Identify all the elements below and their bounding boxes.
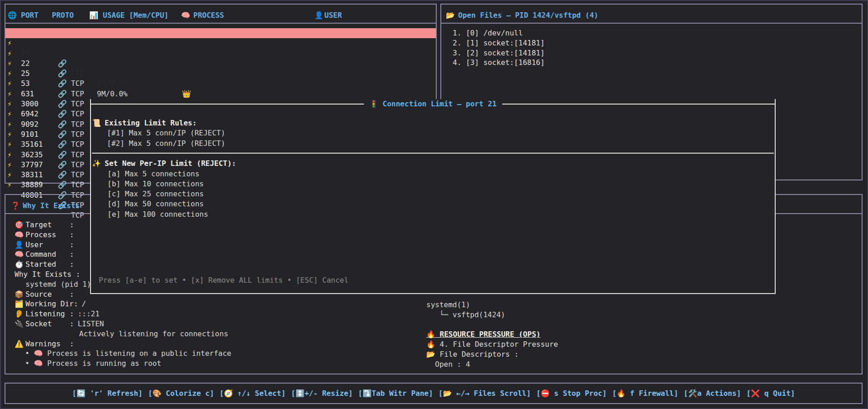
connection-limit-modal: 🚦 Connection Limit — port 21 📜Existing L… [90, 99, 776, 294]
existing-rule: [#1] Max 5 conn/IP (REJECT) [107, 128, 774, 138]
field-icon: ⚠️ [15, 339, 25, 349]
modal-title: 🚦 Connection Limit — port 21 [363, 99, 502, 109]
sparkles-icon: ✨ [92, 159, 105, 169]
tree-line: Open : 4 [426, 359, 558, 369]
open-file-item: 4. [3] socket:[16816] [453, 58, 858, 68]
bolt-icon: ⚡ [7, 180, 12, 190]
port-table-row[interactable]: ⚡ 6942 🔗 TCP 2.8G/78.3% 🧑 java 👤 sunels [5, 89, 436, 99]
protocol: TCP [71, 180, 84, 190]
resource-pressure-header: 🔥 RESOURCE PRESSURE (OPS) [426, 329, 558, 339]
port-table-row[interactable]: ⚡ 631 🔗 TCP 4M/0.0% 👑 cupsd 👤 root [5, 69, 436, 79]
bar-chart-icon: 📊 [89, 10, 98, 21]
field-icon: 👤 [15, 240, 25, 250]
modal-divider [92, 153, 774, 154]
port-table-row[interactable]: ⚡ 22 🔗 TCP 9M/0.0% 👑 systemd 👤 root [5, 38, 436, 48]
col-header-process: PROCESS [193, 10, 224, 21]
globe-icon: 🌐 [8, 10, 17, 21]
shortcut-resize[interactable]: [↕️+/- Resize] [291, 389, 353, 398]
shortcut-tab-witr-pane[interactable]: [⤵️Tab Witr Pane] [358, 389, 433, 398]
field-icon: 🧠 [15, 230, 25, 240]
why-field-row: 🔌Socket:LISTEN [10, 319, 419, 329]
open-files-list: 1. [0] /dev/null2. [1] socket:[14181]3. … [453, 28, 858, 68]
limit-option[interactable]: [e] Max 100 connections [107, 209, 774, 219]
tree-line: └─ vsftpd(1424) [426, 310, 558, 320]
open-file-item: 1. [0] /dev/null [453, 28, 858, 38]
shortcut-bar: [🔄 'r' Refresh][🎨 Colorize c][🧭 ↑/↓ Sele… [5, 383, 863, 404]
limit-option[interactable]: [d] Max 50 connections [107, 199, 774, 209]
col-header-port: PORT [21, 10, 39, 21]
col-header-proto: PROTO [52, 10, 74, 21]
open-file-item: 3. [2] socket:[14181] [453, 48, 858, 58]
existing-rules-header: 📜Existing Limit Rules: [92, 118, 774, 128]
why-field-row: Actively listening for connections [10, 329, 419, 339]
shortcut-a-actions[interactable]: [🛠️a Actions] [684, 389, 741, 398]
header-divider [5, 23, 436, 24]
shortcut-r-refresh[interactable]: [🔄 'r' Refresh] [72, 389, 143, 398]
why-field-row: 👂Listening::::21 [10, 309, 419, 319]
why-field-row: • 🧠 Process is listening on a public int… [10, 349, 419, 359]
shortcut-q-quit[interactable]: [❌ q Quit] [747, 389, 795, 398]
shortcut-s-stop-proc[interactable]: [⛔ s Stop Proc] [536, 389, 607, 398]
open-folder-icon: 📂 [446, 10, 455, 21]
limit-option[interactable]: [a] Max 5 connections [107, 169, 774, 179]
field-icon: 👂 [15, 309, 25, 319]
scroll-icon: 📜 [92, 118, 105, 128]
traffic-light-icon: 🚦 [369, 100, 378, 108]
port-table-row[interactable]: ⚡ 25 🔗 TCP 1M/0.0% 👑 master 👤 root [5, 49, 436, 59]
limit-option[interactable]: [b] Max 10 connections [107, 179, 774, 189]
field-icon: 🧠 [15, 249, 25, 259]
field-icon: 📦 [15, 289, 25, 299]
field-icon: 🗂️ [15, 299, 25, 309]
open-files-title: Open Files — PID 1424/vsftpd (4) [458, 10, 598, 21]
limit-option[interactable]: [c] Max 25 connections [107, 189, 774, 199]
port-table-row[interactable]: ⚡ 21 🔗 TCP 1M/0.0% 👑 vsftpd 👤 root [5, 28, 436, 38]
why-panel-title: Why It Exists [23, 200, 80, 211]
tree-line [426, 320, 558, 330]
shortcut-select[interactable]: [🧭 ↑/↓ Select] [220, 389, 286, 398]
shortcut-files-scroll[interactable]: [📂 ←/→ Files Scroll] [439, 389, 531, 398]
open-file-item: 2. [1] socket:[14181] [453, 38, 858, 48]
col-header-usage: USAGE [Mem/CPU] [103, 10, 169, 21]
shortcut-items: [🔄 'r' Refresh][🎨 Colorize c][🧭 ↑/↓ Sele… [5, 384, 862, 403]
user-icon: 👤 [314, 10, 323, 21]
col-header-user: USER [324, 10, 342, 21]
existing-rule: [#2] Max 5 conn/IP (REJECT) [107, 139, 774, 149]
new-limit-header: ✨Set New Per-IP Limit (REJECT): [92, 159, 774, 169]
shortcut-f-firewall[interactable]: [🔥 f Firewall] [612, 389, 678, 398]
brain-icon: 🧠 [181, 10, 190, 21]
tree-line: 📂 File Descriptors : [426, 349, 558, 359]
modal-footer-hint: Press [a-e] to set • [x] Remove ALL limi… [99, 275, 774, 285]
port-number: 38889 [21, 180, 43, 190]
field-icon: ⏱️ [15, 259, 25, 269]
tree-line: systemd(1) [426, 300, 558, 310]
why-field-row: ⚠️Warnings: [10, 339, 419, 349]
field-icon: 🎯 [15, 220, 25, 230]
port-table-row[interactable]: ⚡ 3000 🔗 TCP 1M/0.0% 👑 docker-proxy 👤 ro… [5, 79, 436, 89]
port-table-row[interactable]: ⚡ 53 🔗 TCP 2M/0.0% 🧑 dnsmasq 👤 systemd-r… [5, 59, 436, 69]
why-field-row: 🗂️Working Dir:/ [10, 299, 419, 309]
field-icon: 🔌 [15, 319, 25, 329]
shortcut-colorize-c[interactable]: [🎨 Colorize c] [148, 389, 214, 398]
why-field-row: • 🧠 Process is running as root [10, 359, 419, 369]
header-divider [441, 23, 862, 24]
process-tree-and-pressure: systemd(1) └─ vsftpd(1424)🔥 RESOURCE PRE… [426, 300, 558, 369]
tree-line: 🔥 4. File Descriptor Pressure [426, 339, 558, 349]
question-mark-icon: ❓ [11, 200, 20, 211]
link-icon: 🔗 [58, 180, 67, 190]
app-screen: 🌐 PORT PROTO 📊 USAGE [Mem/CPU] 🧠 PROCESS… [0, 0, 868, 409]
